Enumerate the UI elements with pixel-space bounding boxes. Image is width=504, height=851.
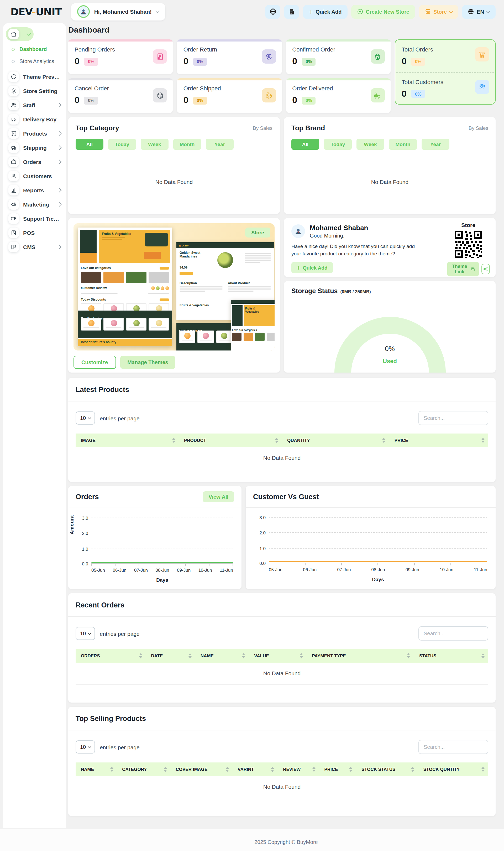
section-title: Recent Orders [76, 601, 124, 609]
sort-icon [349, 767, 353, 772]
store-qr-code[interactable] [454, 230, 483, 259]
globe-button[interactable] [265, 4, 281, 19]
column-header[interactable]: CATEGORY [117, 762, 170, 776]
filter-pill-today[interactable]: Today [324, 139, 352, 150]
column-header[interactable]: PRODUCT [179, 434, 282, 447]
filter-pill-month[interactable]: Month [389, 139, 417, 150]
chevron-right-icon [57, 131, 62, 136]
entries-select[interactable]: 10 [76, 627, 95, 640]
stat-label: Confirmed Order [292, 46, 384, 53]
sidebar-item-support-ticket[interactable]: Support Ticket [3, 211, 66, 225]
orders-icon [8, 156, 19, 167]
sidebar-subitem-store-analytics[interactable]: Store Analytics [3, 55, 66, 67]
filter-pills: All Today Week Month Year [68, 132, 280, 150]
view-all-button[interactable]: View All [203, 491, 234, 502]
top-panels-row: Top Category By Sales All Today Week Mon… [68, 117, 496, 214]
y-tick: 1.0 [73, 546, 88, 552]
column-header[interactable]: STATUS [414, 649, 488, 663]
sidebar-item-marketing[interactable]: Marketing [3, 197, 66, 211]
table-controls: 10 entries per page [76, 411, 488, 425]
filter-pill-week[interactable]: Week [357, 139, 384, 150]
quick-add-button[interactable]: + Quick Add [303, 4, 347, 19]
greeting-message: Have a nice day! Did you know that you c… [291, 243, 417, 258]
column-header[interactable]: DATE [146, 649, 195, 663]
sidebar-item-reports[interactable]: Reports [3, 183, 66, 197]
filter-pill-week[interactable]: Week [141, 139, 168, 150]
pos-terminal-button[interactable] [284, 4, 300, 19]
column-header[interactable]: QUANTITY [282, 434, 389, 447]
search-input[interactable] [418, 411, 488, 425]
filter-pill-all[interactable]: All [76, 139, 104, 150]
theme-food-photo [145, 233, 168, 246]
theme-preview-card: Store G Fruits & Vegetables Love our cat… [68, 218, 280, 372]
column-header[interactable]: STOCK QUNTITY [418, 762, 488, 776]
column-header[interactable]: VALUE [249, 649, 307, 663]
share-button[interactable] [482, 264, 489, 274]
stat-card-confirmed-order: Confirmed Order 00% [286, 39, 391, 74]
filter-pill-year[interactable]: Year [206, 139, 234, 150]
column-header[interactable]: PRICE [389, 434, 488, 447]
delivery-truck-icon [8, 114, 19, 124]
gauge-label: Used [284, 358, 496, 364]
top-selling-products-card: Top Selling Products 10 entries per page… [68, 707, 496, 816]
stat-percent-badge: 0% [302, 57, 316, 65]
sidebar-item-theme-preview[interactable]: Theme Preview [3, 69, 66, 84]
manage-themes-button[interactable]: Manage Themes [120, 356, 176, 369]
top-selling-products-table: NAME CATEGORY COVER IMAGE VARINT REVIEW … [76, 762, 488, 798]
sidebar-item-pos[interactable]: POS [3, 225, 66, 240]
language-globe-icon [468, 8, 474, 15]
stat-percent-badge: 0% [84, 57, 98, 65]
sidebar-item-staff[interactable]: Staff [3, 98, 66, 112]
theme-preview-image[interactable]: Store G Fruits & Vegetables Love our cat… [73, 223, 274, 350]
y-tick: 0.0 [251, 561, 266, 566]
order-delivered-icon [371, 88, 385, 103]
sidebar-subitem-label: Dashboard [19, 46, 47, 52]
column-header[interactable]: NAME [195, 649, 249, 663]
sidebar-item-products[interactable]: Products [3, 126, 66, 140]
sidebar-item-label: Store Setting [23, 87, 57, 94]
column-header[interactable]: STOCK STATUS [356, 762, 418, 776]
sidebar-item-cms[interactable]: CMS [3, 240, 66, 254]
cms-icon [8, 241, 19, 252]
logo-dash: - [32, 6, 36, 17]
column-header[interactable]: COVER IMAGE [170, 762, 233, 776]
entries-select[interactable]: 10 [76, 412, 95, 424]
filter-pill-today[interactable]: Today [108, 139, 136, 150]
sidebar-item-shipping[interactable]: Shipping [3, 140, 66, 155]
sidebar-item-dashboard[interactable]: Dashboard [6, 27, 34, 41]
sidebar-item-delivery-boy[interactable]: Delivery Boy [3, 112, 66, 126]
language-dropdown-button[interactable]: EN [462, 4, 496, 19]
top-category-panel: Top Category By Sales All Today Week Mon… [68, 117, 280, 214]
sidebar-item-store-setting[interactable]: Store Setting [3, 84, 66, 98]
sidebar-item-orders[interactable]: Orders [3, 155, 66, 169]
quick-add-button[interactable]: +Quick Add [291, 262, 333, 273]
recent-orders-card: Recent Orders 10 entries per page ORDERS… [68, 593, 496, 702]
user-menu[interactable]: Hi, Mohamed Shaban! [71, 3, 165, 20]
sidebar-item-label: Shipping [23, 144, 47, 151]
sidebar-item-customers[interactable]: Customers [3, 169, 66, 183]
filter-pill-month[interactable]: Month [173, 139, 201, 150]
store-dropdown-button[interactable]: Store [419, 4, 458, 19]
column-header[interactable]: ORDERS [76, 649, 146, 663]
stat-card-pending-orders: Pending Orders 00% [68, 39, 173, 74]
create-new-store-button[interactable]: Create New Store [351, 4, 415, 19]
filter-pill-year[interactable]: Year [421, 139, 449, 150]
column-header[interactable]: PAYMENT TYPE [307, 649, 414, 663]
cancel-order-icon [153, 88, 167, 103]
x-tick-labels: 05-Jun06-Jun07-Jun08-Jun09-Jun10-Jun11-J… [269, 567, 487, 572]
filter-pill-all[interactable]: All [291, 139, 319, 150]
column-header[interactable]: PRICE [319, 762, 356, 776]
column-header[interactable]: NAME [76, 762, 117, 776]
column-header[interactable]: REVIEW [278, 762, 319, 776]
entries-select[interactable]: 10 [76, 741, 95, 753]
column-header[interactable]: VARINT [232, 762, 278, 776]
customize-button[interactable]: Customize [73, 356, 116, 369]
column-header[interactable]: IMAGE [76, 434, 179, 447]
theme-link-button[interactable]: Theme Link [447, 262, 479, 276]
theme-hero: Fruits & Vegetables [99, 230, 170, 263]
search-input[interactable] [418, 626, 488, 641]
search-input[interactable] [418, 740, 488, 754]
sort-icon [382, 438, 385, 443]
sidebar-subitem-dashboard[interactable]: Dashboard [3, 43, 66, 55]
chevron-right-icon [57, 159, 62, 164]
